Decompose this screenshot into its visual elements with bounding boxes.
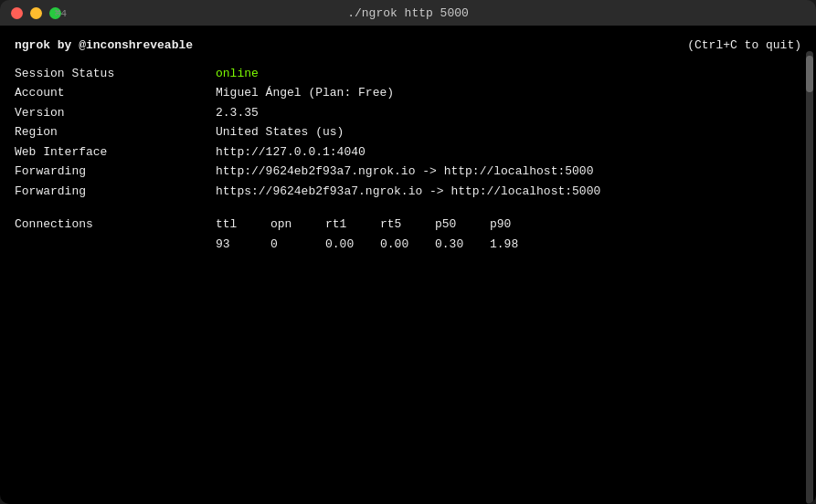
header-line: ngrok by @inconshreveable (Ctrl+C to qui… — [15, 37, 801, 55]
close-button[interactable] — [11, 7, 23, 19]
conn-header-ttl: ttl — [216, 215, 270, 234]
traffic-lights — [11, 7, 61, 19]
session-status-label: Session Status — [15, 64, 216, 84]
version-value: 2.3.35 — [216, 103, 801, 123]
conn-header-rt5: rt5 — [380, 215, 435, 234]
web-interface-value: http://127.0.0.1:4040 — [216, 142, 801, 163]
window-title: ./ngrok http 5000 — [347, 6, 469, 20]
session-info-table: Session Status online Account Miguel Áng… — [15, 64, 801, 202]
session-status-value: online — [216, 64, 801, 84]
version-label: Version — [15, 103, 216, 123]
conn-header-p90: p90 — [490, 215, 545, 234]
conn-val-ttl: 93 — [216, 236, 270, 254]
conn-header-p50: p50 — [435, 215, 490, 234]
web-interface-label: Web Interface — [15, 142, 216, 163]
terminal-body: ngrok by @inconshreveable (Ctrl+C to qui… — [0, 26, 816, 504]
conn-val-rt1: 0.00 — [325, 236, 380, 254]
connections-header-row: Connections ttl opn rt1 rt5 p50 p90 — [15, 215, 801, 234]
conn-header-opn: opn — [270, 215, 325, 234]
conn-empty — [15, 236, 216, 254]
terminal-window: ⌘4 ./ngrok http 5000 ngrok by @inconshre… — [0, 0, 816, 504]
conn-val-rt5: 0.00 — [380, 236, 435, 254]
conn-val-opn: 0 — [270, 236, 325, 254]
conn-header-rt1: rt1 — [325, 215, 380, 234]
forwarding2-label: Forwarding — [15, 182, 216, 202]
app-header: ngrok by @inconshreveable — [15, 37, 193, 55]
conn-val-p90: 1.98 — [490, 236, 545, 254]
titlebar: ⌘4 ./ngrok http 5000 — [0, 0, 816, 26]
shortcut-label: ⌘4 — [55, 7, 67, 19]
scrollbar[interactable] — [806, 51, 813, 504]
scrollbar-thumb[interactable] — [806, 56, 813, 92]
forwarding2-value: https://9624eb2f93a7.ngrok.io -> http://… — [216, 182, 801, 202]
conn-val-p50: 0.30 — [435, 236, 490, 254]
connections-label: Connections — [15, 215, 216, 234]
quit-hint: (Ctrl+C to quit) — [687, 37, 801, 55]
account-label: Account — [15, 83, 216, 103]
connections-data-row: 93 0 0.00 0.00 0.30 1.98 — [15, 236, 801, 254]
region-value: United States (us) — [216, 122, 801, 142]
connections-section: Connections ttl opn rt1 rt5 p50 p90 93 0… — [15, 215, 801, 253]
minimize-button[interactable] — [30, 7, 42, 19]
forwarding1-label: Forwarding — [15, 162, 216, 182]
forwarding1-value: http://9624eb2f93a7.ngrok.io -> http://l… — [216, 162, 801, 182]
region-label: Region — [15, 122, 216, 142]
account-value: Miguel Ángel (Plan: Free) — [216, 83, 801, 103]
